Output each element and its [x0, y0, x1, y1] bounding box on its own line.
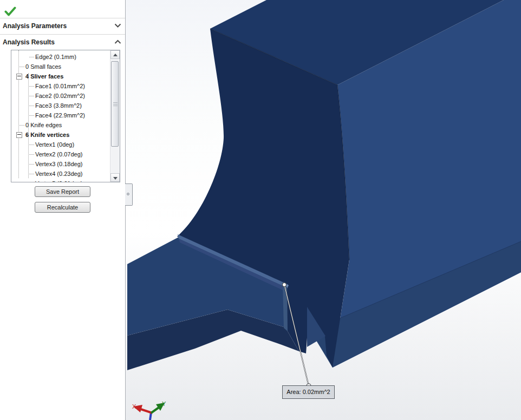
tree-item-vertex4[interactable]: Vertex4 (0.23deg) — [11, 169, 110, 179]
tree-item-label: Face4 (22.9mm^2) — [35, 112, 85, 119]
scroll-down-button[interactable] — [110, 173, 120, 182]
tree-item-vertex5[interactable]: Vertex5 (0.61deg) — [11, 179, 110, 182]
triad-x-axis — [141, 409, 152, 413]
section-analysis-parameters[interactable]: Analysis Parameters — [0, 18, 125, 34]
tree-item-sliver-faces[interactable]: 4 Sliver faces — [11, 71, 110, 81]
scroll-down-icon — [113, 177, 118, 180]
tree-item-label: 4 Sliver faces — [25, 73, 63, 80]
tree-item-label: Face3 (3.8mm^2) — [35, 102, 82, 109]
tree-item-label: 6 Knife vertices — [25, 132, 69, 138]
scrollbar-thumb[interactable] — [111, 61, 119, 147]
scrollbar-grip-icon — [113, 102, 118, 107]
triad-y-label: Y — [162, 401, 166, 407]
area-callout[interactable]: Area: 0.02mm^2 — [282, 385, 335, 399]
tree-item-face4[interactable]: Face4 (22.9mm^2) — [11, 110, 110, 120]
tree-item-face2[interactable]: Face2 (0.02mm^2) — [11, 91, 110, 101]
tree-item-label: Vertex4 (0.23deg) — [35, 170, 82, 177]
scroll-up-button[interactable] — [110, 50, 120, 59]
ok-check-icon[interactable] — [4, 5, 16, 17]
tree-item-small-faces[interactable]: 0 Small faces — [11, 62, 110, 71]
tree-item-edge2[interactable]: Edge2 (0.1mm) — [11, 52, 110, 62]
tree-item-face3[interactable]: Face3 (3.8mm^2) — [11, 101, 110, 110]
collapse-minus-icon[interactable] — [16, 132, 22, 138]
chevron-up-icon — [114, 40, 121, 44]
tree-scrollbar[interactable] — [110, 50, 120, 182]
tree-item-label: Edge2 (0.1mm) — [35, 54, 76, 60]
tree-item-label: Vertex5 (0.61deg) — [35, 180, 82, 182]
tree-item-label: 0 Small faces — [25, 63, 61, 70]
graphics-viewport[interactable]: X Y — [126, 0, 521, 420]
section-analysis-results[interactable]: Analysis Results — [0, 35, 125, 50]
tree-item-knife-vertices[interactable]: 6 Knife vertices — [11, 130, 110, 140]
tree-item-label: Vertex2 (0.07deg) — [35, 151, 82, 158]
save-report-button[interactable]: Save Report — [35, 186, 90, 197]
orientation-triad: X Y — [132, 401, 166, 420]
analysis-results-tree: Edge2 (0.1mm) 0 Small faces 4 Sliver fac… — [11, 50, 120, 182]
app-window: Analysis Parameters Analysis Results Edg… — [0, 0, 521, 420]
tree-item-vertex3[interactable]: Vertex3 (0.18deg) — [11, 159, 110, 169]
triad-y-axis — [151, 408, 159, 413]
scroll-up-icon — [113, 54, 118, 56]
tree-item-vertex1[interactable]: Vertex1 (0deg) — [11, 140, 110, 149]
collapse-minus-icon[interactable] — [16, 74, 22, 80]
panel-splitter-handle[interactable] — [125, 183, 133, 206]
tree-item-label: Face1 (0.01mm^2) — [35, 83, 85, 89]
tree-item-vertex2[interactable]: Vertex2 (0.07deg) — [11, 149, 110, 159]
splitter-dot-icon — [127, 193, 129, 195]
section-label: Analysis Parameters — [3, 22, 67, 30]
chevron-down-icon — [114, 23, 121, 28]
recalculate-button[interactable]: Recalculate — [35, 202, 90, 213]
triad-x-label: X — [132, 403, 136, 410]
tree-item-label: Face2 (0.02mm^2) — [35, 93, 85, 99]
property-manager-panel: Analysis Parameters Analysis Results Edg… — [0, 0, 126, 420]
tree-item-label: 0 Knife edges — [25, 122, 62, 128]
tree-item-label: Vertex3 (0.18deg) — [35, 161, 82, 167]
area-callout-label: Area: 0.02mm^2 — [286, 389, 330, 395]
section-label: Analysis Results — [3, 38, 55, 46]
tree-item-label: Vertex1 (0deg) — [35, 141, 74, 148]
model-3d-view: X Y — [126, 0, 521, 420]
tree-item-face1[interactable]: Face1 (0.01mm^2) — [11, 81, 110, 91]
tree-item-knife-edges[interactable]: 0 Knife edges — [11, 120, 110, 130]
